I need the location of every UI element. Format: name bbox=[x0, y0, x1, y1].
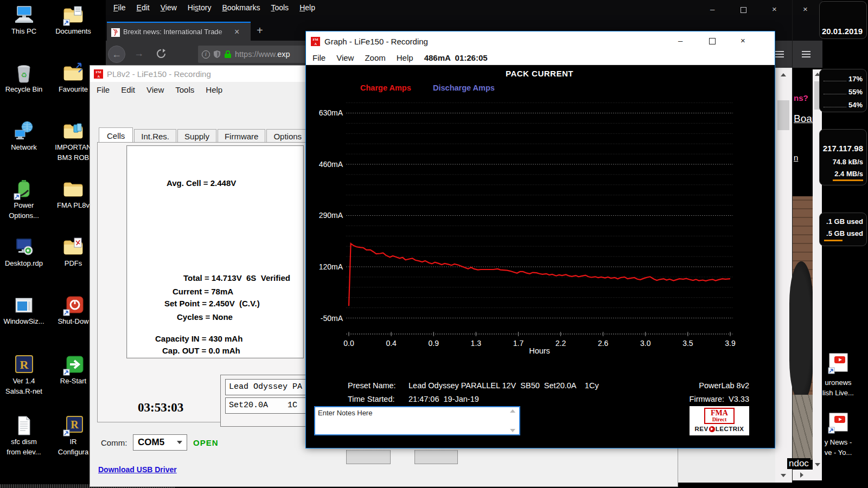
usage-percent: 55% bbox=[848, 88, 863, 96]
firmware-version: Firmware: V3.33 bbox=[652, 395, 749, 403]
scrollbar[interactable] bbox=[775, 69, 792, 483]
tab-close-icon[interactable]: × bbox=[234, 27, 239, 37]
tab-intres[interactable]: Int.Res. bbox=[134, 129, 176, 144]
menu-item-file[interactable]: File bbox=[108, 3, 131, 12]
tab-favicon bbox=[111, 28, 120, 37]
headline-fragment: ns? bbox=[794, 93, 808, 102]
svg-text:290mA: 290mA bbox=[319, 211, 343, 220]
graph-window: FMA Graph - LiFe150 - Recording – × File… bbox=[305, 31, 775, 448]
fma-direct-logo: FMADirect REVLECTRIX bbox=[690, 406, 749, 435]
new-tab-button[interactable]: + bbox=[257, 24, 263, 37]
disk-used-1: .1 GB used bbox=[826, 217, 863, 226]
browser-tab[interactable]: Brexit news: International Trade × bbox=[107, 22, 251, 41]
logo-text: Direct bbox=[705, 417, 733, 422]
menu-item-help[interactable]: Help bbox=[294, 3, 321, 12]
download-speed: 74.8 kB/s bbox=[833, 158, 863, 166]
minimize-icon[interactable]: – bbox=[710, 4, 714, 14]
capacity-out-reading: Cap. OUT = 0.0 mAh bbox=[162, 346, 240, 355]
close-icon[interactable]: × bbox=[772, 4, 777, 14]
logo-text: REV bbox=[695, 426, 709, 432]
svg-text:0.9: 0.9 bbox=[428, 339, 439, 347]
svg-text:1.3: 1.3 bbox=[471, 339, 482, 347]
back-button[interactable]: ← bbox=[108, 46, 125, 63]
menu-item-history[interactable]: History bbox=[182, 3, 217, 12]
com-port-value: COM5 bbox=[138, 437, 164, 448]
forward-button[interactable]: → bbox=[134, 48, 144, 59]
desktop: This PCDocuments♻Recycle BinFavouriteNet… bbox=[0, 0, 868, 488]
maximize-icon[interactable] bbox=[709, 37, 716, 46]
menu-item-help[interactable]: Help bbox=[393, 53, 421, 62]
menu-item-file[interactable]: File bbox=[309, 53, 333, 62]
svg-text:2.6: 2.6 bbox=[598, 339, 609, 347]
firefox-menubar: FileEditViewHistoryBookmarksToolsHelp bbox=[106, 0, 792, 15]
menu-item-tools[interactable]: Tools bbox=[265, 3, 294, 12]
time-started-value: 21:47:06 19-Jan-19 bbox=[409, 395, 479, 403]
tab-supply[interactable]: Supply bbox=[177, 129, 216, 144]
hidden-button[interactable] bbox=[414, 450, 458, 464]
notes-input[interactable]: Enter Notes Here bbox=[314, 406, 520, 435]
network-gadget: 217.117.98 74.8 kB/s 2.4 MB/s bbox=[819, 129, 867, 185]
hidden-button[interactable] bbox=[346, 450, 391, 464]
notes-scrollbar[interactable] bbox=[507, 407, 518, 434]
maximize-icon[interactable] bbox=[741, 5, 746, 15]
pl8v2-tabs: CellsInt.Res.SupplyFirmwareOptionsPr bbox=[99, 127, 333, 144]
horizontal-scrollbar[interactable] bbox=[793, 470, 822, 480]
firefox-window-2: × ns? Boar n bbox=[792, 0, 822, 481]
svg-text:3.0: 3.0 bbox=[640, 339, 651, 347]
tracking-shield-icon[interactable] bbox=[213, 50, 221, 59]
usage-gadget: 17%55%54% bbox=[819, 69, 867, 112]
menu-hamburger-icon[interactable] bbox=[802, 51, 810, 57]
preset-name-value: Lead Odyssey PARALLEL 12V SB50 Set20.0A … bbox=[409, 381, 599, 390]
usage-percent: 17% bbox=[848, 75, 863, 83]
menu-item-tools[interactable]: Tools bbox=[171, 85, 201, 94]
close-icon[interactable]: × bbox=[741, 36, 745, 45]
series-charge-amps bbox=[349, 243, 730, 306]
menu-item-help[interactable]: Help bbox=[201, 85, 229, 94]
menu-item-edit[interactable]: Edit bbox=[131, 3, 155, 12]
graph-titlebar[interactable]: FMA Graph - LiFe150 - Recording bbox=[306, 31, 775, 51]
menu-item-view[interactable]: View bbox=[155, 3, 182, 12]
pack-current-chart: 630mA460mA290mA120mA-50mA0.00.40.91.31.7… bbox=[306, 65, 776, 347]
menu-item-file[interactable]: File bbox=[92, 85, 117, 94]
menu-item-view[interactable]: View bbox=[142, 85, 171, 94]
page-info-icon[interactable]: i bbox=[202, 50, 210, 59]
url-bar[interactable]: i https://www.exp bbox=[198, 46, 307, 63]
svg-text:0.4: 0.4 bbox=[386, 339, 397, 347]
firefox-menu: FileEditViewHistoryBookmarksToolsHelp bbox=[108, 3, 321, 12]
ip-value: 217.117.98 bbox=[823, 144, 863, 153]
tab-firmware[interactable]: Firmware bbox=[218, 129, 266, 144]
menu-item-zoom[interactable]: Zoom bbox=[361, 53, 393, 62]
minimize-icon[interactable]: – bbox=[678, 36, 682, 45]
menu-item-bookmarks[interactable]: Bookmarks bbox=[216, 3, 265, 12]
svg-text:460mA: 460mA bbox=[319, 160, 343, 169]
menu-hamburger-icon[interactable] bbox=[775, 51, 784, 57]
page-link[interactable]: n bbox=[794, 153, 798, 162]
download-usb-driver-link[interactable]: Download USB Driver bbox=[98, 465, 177, 474]
svg-text:3.5: 3.5 bbox=[682, 339, 693, 347]
close-icon[interactable]: × bbox=[803, 4, 808, 14]
article-photo bbox=[793, 196, 813, 460]
cycles-reading: Cycles = None bbox=[177, 312, 233, 322]
window-title: Graph - LiFe150 - Recording bbox=[324, 37, 428, 46]
app-icon: FMA bbox=[311, 37, 320, 46]
menu-item-view[interactable]: View bbox=[333, 53, 361, 62]
logo-text: LECTRIX bbox=[716, 426, 744, 432]
scrollbar[interactable] bbox=[813, 69, 822, 470]
lock-icon[interactable] bbox=[224, 50, 232, 59]
capacity-in-reading: Capacity IN = 430 mAh bbox=[155, 334, 242, 343]
desktop-icon-documents[interactable]: Documents bbox=[43, 4, 103, 36]
com-port-select[interactable]: COM5 bbox=[133, 434, 187, 451]
time-started-label: Time Started: bbox=[348, 395, 395, 403]
tab-options[interactable]: Options bbox=[266, 129, 309, 144]
setpoint-reading: Set Point = 2.450V (C.V.) bbox=[164, 299, 260, 308]
svg-text:R: R bbox=[71, 419, 79, 431]
svg-text:1.7: 1.7 bbox=[513, 339, 524, 347]
tab-title: Brexit news: International Trade bbox=[123, 28, 234, 36]
comm-status: OPEN bbox=[193, 438, 219, 447]
refresh-icon[interactable] bbox=[156, 48, 167, 59]
comm-label: Comm: bbox=[101, 438, 127, 447]
svg-text:120mA: 120mA bbox=[319, 262, 343, 271]
svg-text:3.9: 3.9 bbox=[725, 339, 736, 347]
menu-item-edit[interactable]: Edit bbox=[117, 85, 142, 94]
svg-text:R: R bbox=[20, 358, 29, 371]
